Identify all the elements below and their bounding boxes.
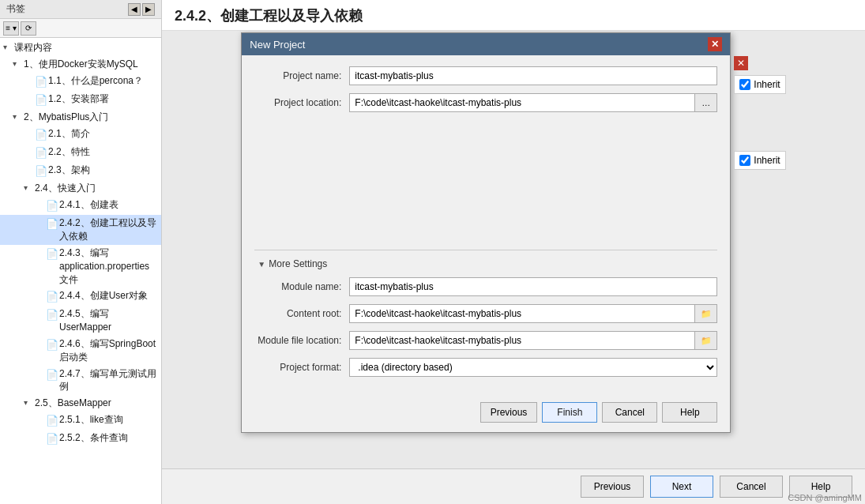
project-name-label: Project name: — [254, 70, 349, 81]
item-label: 2.4.6、编写SpringBoot启动类 — [59, 337, 158, 364]
item-label: 2.4.5、编写UserMapper — [59, 307, 158, 334]
item-label: 2.4、快速入门 — [35, 182, 96, 195]
content-root-input[interactable] — [349, 304, 695, 323]
dialog-titlebar: New Project ✕ — [242, 33, 730, 55]
project-format-select[interactable]: .idea (directory based) — [349, 358, 717, 377]
doc-icon: 📄 — [46, 199, 57, 213]
sidebar-menu-btn[interactable]: ≡ ▾ — [3, 21, 19, 36]
inherit-panel-1-close[interactable]: ✕ — [734, 56, 748, 70]
dialog-finish-button[interactable]: Finish — [542, 402, 597, 423]
project-location-label: Project location: — [254, 97, 349, 108]
item-label: 2、MybatisPlus入门 — [24, 111, 108, 124]
sidebar-item-2-4-4[interactable]: 📄 2.4.4、创建User对象 — [0, 288, 161, 306]
dialog-footer: Previous Finish Cancel Help — [242, 396, 730, 432]
sidebar-collapse-btn[interactable]: ◀ — [128, 3, 141, 16]
sidebar-item-2-4-6[interactable]: 📄 2.4.6、编写SpringBoot启动类 — [0, 336, 161, 366]
sidebar-item-2-2[interactable]: 📄 2.2、特性 — [0, 144, 161, 162]
doc-icon: 📄 — [46, 247, 57, 261]
module-name-label: Module name: — [254, 281, 349, 292]
project-name-row: Project name: — [254, 66, 717, 85]
item-label: 2.4.7、编写单元测试用例 — [59, 367, 158, 394]
doc-icon: 📄 — [35, 128, 46, 142]
project-format-label: Project format: — [254, 362, 349, 373]
more-settings: ▼ More Settings Module name: Content roo… — [254, 250, 717, 377]
module-file-label: Module file location: — [254, 335, 349, 346]
project-location-input[interactable] — [349, 93, 695, 112]
sidebar-item-2-4-5[interactable]: 📄 2.4.5、编写UserMapper — [0, 306, 161, 336]
doc-icon: 📄 — [46, 432, 57, 446]
more-settings-toggle[interactable]: ▼ More Settings — [254, 258, 717, 269]
more-settings-label: More Settings — [269, 258, 327, 269]
doc-icon: 📄 — [35, 146, 46, 160]
sidebar-item-2-4-7[interactable]: 📄 2.4.7、编写单元测试用例 — [0, 366, 161, 396]
item-label: 课程内容 — [14, 41, 52, 55]
sidebar-item-course[interactable]: ▾ 课程内容 — [0, 39, 161, 56]
doc-icon: 📄 — [35, 164, 46, 179]
item-label: 2.5.1、like查询 — [59, 413, 123, 427]
sidebar-header-buttons: ◀ ▶ — [128, 3, 155, 16]
module-file-row: Module file location: 📁 — [254, 331, 717, 350]
sidebar-item-2-3[interactable]: 📄 2.3、架构 — [0, 162, 161, 180]
inherit-panels: ✕ Inherit Inherit — [734, 56, 785, 170]
sidebar-item-1-1[interactable]: 📄 1.1、什么是percona？ — [0, 73, 161, 91]
content-root-browse-btn[interactable]: 📁 — [695, 304, 717, 323]
item-label: 2.5.2、条件查询 — [59, 431, 128, 445]
sidebar-item-2-5-2[interactable]: 📄 2.5.2、条件查询 — [0, 430, 161, 448]
project-format-row: Project format: .idea (directory based) — [254, 358, 717, 377]
nav-next-button[interactable]: Next — [650, 476, 713, 498]
item-label: 2.5、BaseMapper — [35, 397, 111, 410]
nav-cancel-button[interactable]: Cancel — [720, 476, 783, 498]
nav-previous-button[interactable]: Previous — [581, 476, 644, 498]
doc-icon: 📄 — [46, 368, 57, 382]
sidebar-item-2-4-3[interactable]: 📄 2.4.3、编写application.properties文件 — [0, 245, 161, 288]
module-name-row: Module name: — [254, 277, 717, 296]
module-file-browse-btn[interactable]: 📁 — [695, 331, 717, 350]
item-label: 2.1、简介 — [48, 127, 90, 141]
item-label: 2.4.2、创建工程以及导入依赖 — [59, 216, 158, 243]
bottom-nav: Previous Next Cancel Help CSDN @amingMM — [162, 468, 865, 504]
sidebar-item-2-5-1[interactable]: 📄 2.5.1、like查询 — [0, 412, 161, 430]
new-project-dialog: New Project ✕ Project name: Project loca… — [241, 32, 731, 433]
sidebar-item-2-1[interactable]: 📄 2.1、简介 — [0, 126, 161, 144]
sidebar-refresh-btn[interactable]: ⟳ — [21, 21, 36, 36]
expand-icon: ▾ — [24, 182, 35, 194]
dialog-body: Project name: Project location: … — [242, 55, 730, 396]
inherit-label-2: Inherit — [754, 155, 780, 166]
toggle-arrow-icon: ▼ — [258, 260, 265, 269]
module-file-input[interactable] — [349, 331, 695, 350]
inherit-checkbox-2[interactable] — [739, 155, 750, 166]
doc-icon: 📄 — [35, 75, 46, 89]
dialog-title: New Project — [250, 39, 305, 51]
dialog-cancel-button[interactable]: Cancel — [602, 402, 657, 423]
sidebar-item-2-4-2[interactable]: 📄 2.4.2、创建工程以及导入依赖 — [0, 215, 161, 245]
sidebar-item-2[interactable]: ▾ 2、MybatisPlus入门 — [0, 109, 161, 126]
item-label: 2.4.1、创建表 — [59, 198, 118, 212]
doc-icon: 📄 — [46, 217, 57, 231]
sidebar-item-2-4[interactable]: ▾ 2.4、快速入门 — [0, 180, 161, 197]
project-location-row: Project location: … — [254, 93, 717, 112]
module-name-input[interactable] — [349, 277, 717, 296]
sidebar-item-1[interactable]: ▾ 1、使用Docker安装MySQL — [0, 56, 161, 73]
page-title: 2.4.2、创建工程以及导入依赖 — [175, 6, 852, 25]
inherit-panel-2: Inherit — [734, 151, 785, 170]
dialog-help-button[interactable]: Help — [662, 402, 717, 423]
doc-icon: 📄 — [46, 338, 57, 352]
dialog-previous-button[interactable]: Previous — [480, 402, 538, 423]
item-label: 1.2、安装部署 — [48, 92, 109, 106]
sidebar-header: 书签 ◀ ▶ — [0, 0, 161, 19]
expand-icon: ▾ — [13, 111, 24, 122]
dialog-close-button[interactable]: ✕ — [708, 37, 722, 51]
module-file-field: 📁 — [349, 331, 717, 350]
inherit-checkbox-1[interactable] — [739, 79, 750, 90]
sidebar-item-2-5[interactable]: ▾ 2.5、BaseMapper — [0, 395, 161, 412]
sidebar-expand-btn[interactable]: ▶ — [142, 3, 155, 16]
sidebar-item-1-2[interactable]: 📄 1.2、安装部署 — [0, 91, 161, 109]
project-location-browse-btn[interactable]: … — [695, 93, 717, 112]
expand-icon: ▾ — [24, 397, 35, 408]
sidebar-item-2-4-1[interactable]: 📄 2.4.1、创建表 — [0, 197, 161, 215]
content-root-label: Content root: — [254, 308, 349, 319]
item-label: 2.4.3、编写application.properties文件 — [59, 246, 158, 286]
dialog-overlay: New Project ✕ Project name: Project loca… — [162, 31, 865, 468]
project-name-input[interactable] — [349, 66, 717, 85]
doc-icon: 📄 — [46, 290, 57, 304]
